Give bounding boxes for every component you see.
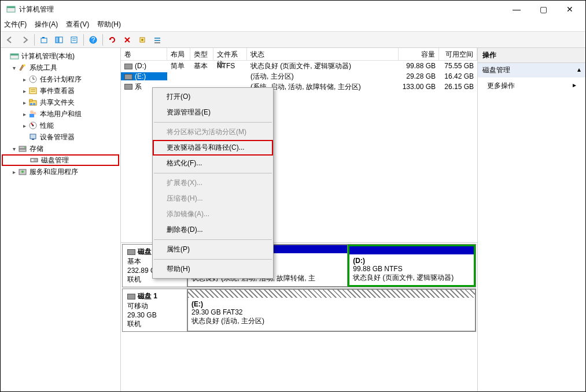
tree-local-users[interactable]: ▸本地用户和组 <box>2 108 119 120</box>
minimize-button[interactable]: — <box>503 1 530 18</box>
app-icon <box>6 5 16 14</box>
list-icon[interactable] <box>150 34 164 46</box>
props-button[interactable] <box>67 34 81 46</box>
svg-rect-1 <box>7 6 15 8</box>
svg-text:?: ? <box>91 36 95 44</box>
ctx-mirror: 添加镜像(A)... <box>153 206 273 222</box>
back-button[interactable] <box>3 34 17 46</box>
tree-root[interactable]: 计算机管理(本地) <box>2 50 119 62</box>
tree-storage[interactable]: ▾存储 <box>2 143 119 154</box>
svg-rect-14 <box>154 40 160 41</box>
svg-point-42 <box>21 171 24 173</box>
tree-task-scheduler[interactable]: ▸任务计划程序 <box>2 73 119 85</box>
partition[interactable]: (E:)29.30 GB FAT32状态良好 (活动, 主分区) <box>187 289 476 331</box>
chevron-right-icon: ▸ <box>573 81 576 91</box>
ctx-props[interactable]: 属性(P) <box>153 242 273 257</box>
volume-header: 卷 布局 类型 文件系统 状态 容量 可用空间 <box>121 48 477 61</box>
volume-row[interactable]: (E:)(活动, 主分区)29.28 GB16.42 GB <box>121 71 477 82</box>
svg-rect-22 <box>30 88 36 94</box>
up-button[interactable] <box>37 34 51 46</box>
ctx-delete[interactable]: 删除卷(D)... <box>153 222 273 238</box>
refresh-icon[interactable] <box>105 34 119 46</box>
help-icon[interactable]: ? <box>86 34 100 46</box>
partition[interactable]: (D:)99.88 GB NTFS状态良好 (页面文件, 逻辑驱动器) <box>348 245 476 287</box>
ctx-change-letter[interactable]: 更改驱动器号和路径(C)... <box>153 140 273 156</box>
actions-header: 操作 <box>478 48 585 63</box>
svg-rect-26 <box>30 99 32 101</box>
disk-row: 磁盘 1可移动29.30 GB联机 (E:)29.30 GB FAT32状态良好… <box>122 289 476 332</box>
toolbar: ? <box>1 32 585 48</box>
ctx-format[interactable]: 格式化(F)... <box>153 156 273 171</box>
actions-section[interactable]: 磁盘管理▴ <box>478 63 585 77</box>
menu-file[interactable]: 文件(F) <box>4 20 27 29</box>
svg-rect-2 <box>41 38 47 43</box>
svg-rect-35 <box>32 139 34 140</box>
svg-point-28 <box>33 103 35 105</box>
tree-shared-folders[interactable]: ▸共享文件夹 <box>2 97 119 108</box>
tree-pane: 计算机管理(本地) ▾系统工具 ▸任务计划程序 ▸事件查看器 ▸共享文件夹 ▸本… <box>1 48 121 391</box>
collapse-icon: ▴ <box>577 65 581 75</box>
menubar: 文件(F) 操作(A) 查看(V) 帮助(H) <box>1 18 585 32</box>
ctx-mark-active: 将分区标记为活动分区(M) <box>153 124 273 140</box>
tree-event-viewer[interactable]: ▸事件查看器 <box>2 85 119 97</box>
settings-icon[interactable] <box>135 34 149 46</box>
ctx-open[interactable]: 打开(O) <box>153 89 273 105</box>
svg-rect-5 <box>59 37 62 43</box>
menu-action[interactable]: 操作(A) <box>35 20 58 29</box>
col-fs[interactable]: 文件系统 <box>213 48 247 60</box>
maximize-button[interactable]: ▢ <box>530 1 556 18</box>
show-hide-button[interactable] <box>52 34 66 46</box>
delete-icon[interactable] <box>120 34 134 46</box>
tree-disk-management[interactable]: 磁盘管理 <box>2 154 119 166</box>
more-actions[interactable]: 更多操作▸ <box>478 77 585 94</box>
ctx-explorer[interactable]: 资源管理器(E) <box>153 105 273 120</box>
tree-services-apps[interactable]: ▸服务和应用程序 <box>2 166 119 177</box>
menu-help[interactable]: 帮助(H) <box>97 20 121 29</box>
col-free[interactable]: 可用空间 <box>439 48 477 60</box>
svg-point-33 <box>32 125 34 127</box>
close-button[interactable]: ✕ <box>556 1 583 18</box>
actions-pane: 操作 磁盘管理▴ 更多操作▸ <box>478 48 585 391</box>
svg-rect-37 <box>19 149 26 151</box>
svg-rect-17 <box>10 54 19 56</box>
svg-point-12 <box>141 39 143 41</box>
titlebar: 计算机管理 — ▢ ✕ <box>1 1 585 18</box>
svg-rect-13 <box>154 38 160 39</box>
col-layout[interactable]: 布局 <box>167 48 190 60</box>
svg-rect-6 <box>71 37 77 43</box>
svg-point-27 <box>30 103 32 105</box>
svg-point-18 <box>23 64 25 66</box>
tree-performance[interactable]: ▸性能 <box>2 120 119 131</box>
svg-rect-3 <box>42 37 45 38</box>
svg-point-29 <box>30 110 34 114</box>
svg-rect-15 <box>154 42 160 43</box>
col-type[interactable]: 类型 <box>190 48 213 60</box>
volume-row[interactable]: (D:)简单基本NTFS状态良好 (页面文件, 逻辑驱动器)99.88 GB75… <box>121 61 477 71</box>
ctx-shrink: 压缩卷(H)... <box>153 191 273 206</box>
col-capacity[interactable]: 容量 <box>399 48 439 60</box>
svg-rect-40 <box>31 159 34 161</box>
tree-system-tools[interactable]: ▾系统工具 <box>2 62 119 73</box>
svg-rect-4 <box>56 37 58 43</box>
context-menu: 打开(O) 资源管理器(E) 将分区标记为活动分区(M) 更改驱动器号和路径(C… <box>152 87 274 279</box>
svg-rect-31 <box>30 114 34 117</box>
menu-view[interactable]: 查看(V) <box>66 20 89 29</box>
svg-point-38 <box>24 147 25 148</box>
svg-rect-34 <box>30 134 36 139</box>
col-volume[interactable]: 卷 <box>121 48 167 60</box>
ctx-help[interactable]: 帮助(H) <box>153 261 273 277</box>
forward-button[interactable] <box>18 34 32 46</box>
col-status[interactable]: 状态 <box>247 48 399 60</box>
window-title: 计算机管理 <box>19 5 503 14</box>
tree-device-manager[interactable]: 设备管理器 <box>2 131 119 143</box>
ctx-extend: 扩展卷(X)... <box>153 175 273 191</box>
